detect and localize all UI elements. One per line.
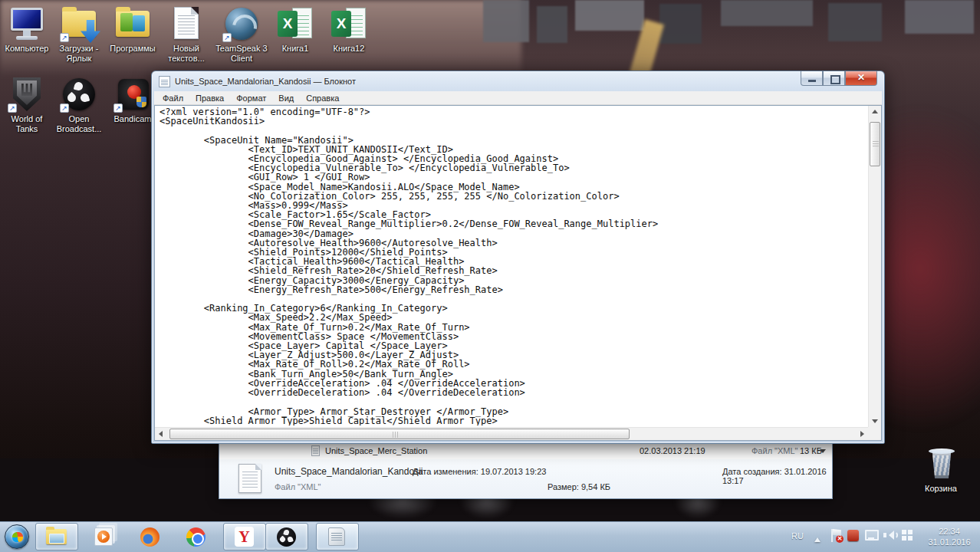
taskbar-button-obs[interactable] <box>265 523 308 550</box>
error-badge-icon: ✕ <box>836 535 844 543</box>
horizontal-scroll-thumb[interactable] <box>169 429 630 439</box>
shortcut-arrow-icon: ↗ <box>222 33 232 42</box>
menu-edit[interactable]: Правка <box>189 94 230 103</box>
file-size: 13 КБ <box>800 446 822 455</box>
computer-icon <box>8 6 46 41</box>
minimize-button[interactable] <box>801 71 823 86</box>
menu-file[interactable]: Файл <box>156 94 189 103</box>
shortcut-arrow-icon: ↗ <box>8 104 17 113</box>
horizontal-scrollbar[interactable] <box>155 427 868 440</box>
vertical-scrollbar[interactable] <box>868 106 881 427</box>
desktop-icon-recycle-bin[interactable]: Корзина <box>911 446 971 494</box>
details-size: Размер: 9,54 КБ <box>548 482 610 491</box>
file-date: 02.03.2013 21:19 <box>640 446 705 455</box>
file-type: Файл "XML" <box>751 446 798 455</box>
wallpaper-cityscape <box>475 0 980 60</box>
taskbar-button-notepad[interactable] <box>316 523 359 550</box>
explorer-icon <box>45 526 68 547</box>
xml-file-icon <box>311 445 320 456</box>
explorer-window: Units_Space_Merc_Station 02.03.2013 21:1… <box>219 442 833 499</box>
clock[interactable]: 22:34 31.01.2016 <box>922 526 977 549</box>
xml-file-icon-large <box>238 464 261 493</box>
text-editor-area[interactable]: <?xml version="1.0" encoding="UTF-8"?> <… <box>154 105 882 441</box>
taskbar-button-yandex-browser[interactable]: Y <box>223 523 266 550</box>
excel-workbook-icon: X <box>330 6 368 41</box>
vertical-scroll-thumb[interactable] <box>870 122 880 166</box>
yandex-browser-icon: Y <box>233 526 256 547</box>
text-document-icon <box>167 6 206 41</box>
window-controls: ✕ <box>801 71 877 86</box>
details-date-modified: Дата изменения: 19.07.2013 19:23 <box>413 467 546 476</box>
shortcut-arrow-icon: ↗ <box>113 104 123 113</box>
media-player-icon <box>93 526 116 547</box>
maximize-button[interactable] <box>823 71 845 86</box>
scroll-dropdown-arrow-icon[interactable] <box>820 449 826 456</box>
hidden-icons-arrow-icon[interactable] <box>814 534 821 542</box>
language-indicator[interactable]: RU <box>791 531 804 540</box>
shortcut-arrow-icon: ↗ <box>60 33 69 42</box>
network-icon[interactable] <box>865 530 878 540</box>
teamspeak-icon: ↗ <box>222 6 261 41</box>
chrome-icon <box>185 526 208 547</box>
taskbar-button-chrome[interactable] <box>175 523 218 550</box>
close-button[interactable]: ✕ <box>845 71 877 86</box>
programs-folder-icon <box>113 6 152 41</box>
antivirus-tray-icon[interactable] <box>847 530 859 541</box>
window-title: Units_Space_Mandalorian_Kandosii — Блокн… <box>175 77 356 86</box>
scroll-up-button[interactable] <box>869 106 882 119</box>
volume-icon[interactable] <box>883 530 896 540</box>
excel-workbook-icon: X <box>276 6 314 41</box>
desktop-icon-new-text-document[interactable]: Новый текстов... <box>155 6 218 63</box>
file-name: Units_Space_Merc_Station <box>325 446 427 455</box>
details-date-created: Дата создания: 31.01.2016 13:17 <box>722 467 832 485</box>
taskbar-button-explorer[interactable] <box>35 523 78 550</box>
downloads-folder-icon: ↗ <box>60 6 98 41</box>
title-bar[interactable]: Units_Space_Mandalorian_Kandosii — Блокн… <box>152 71 884 91</box>
action-center-flag-icon[interactable]: ✕ <box>830 529 842 543</box>
desktop: Компьютер ↗ Загрузки - Ярлык Программы Н… <box>0 0 980 552</box>
get-windows-10-icon[interactable] <box>902 530 913 540</box>
tray-time: 22:34 <box>922 526 977 537</box>
windows-flag-icon <box>12 531 23 542</box>
menu-bar: Файл Правка Формат Вид Справка <box>154 91 882 105</box>
bandicam-icon: ↗ <box>113 77 152 112</box>
start-button[interactable] <box>5 524 29 549</box>
world-of-tanks-icon: ↗ <box>8 77 46 112</box>
notepad-icon <box>159 76 170 87</box>
obs-icon <box>275 526 298 547</box>
recycle-bin-icon <box>922 446 960 481</box>
scroll-right-button[interactable] <box>855 428 868 441</box>
scroll-down-button[interactable] <box>869 414 882 427</box>
scroll-left-button[interactable] <box>155 428 168 441</box>
desktop-icon-label: Новый текстов... <box>155 44 218 63</box>
tray-date: 31.01.2016 <box>922 537 977 547</box>
desktop-icon-kniga12[interactable]: X Книга12 <box>317 6 380 54</box>
details-file-type: Файл "XML" <box>275 482 321 491</box>
xml-document-text[interactable]: <?xml version="1.0" encoding="UTF-8"?> <… <box>159 107 867 426</box>
details-file-name: Units_Space_Mandalorian_Kandosii <box>275 466 423 477</box>
shortcut-arrow-icon: ↗ <box>60 104 69 113</box>
desktop-icon-label: Книга12 <box>317 44 380 54</box>
menu-help[interactable]: Справка <box>300 94 345 103</box>
menu-format[interactable]: Формат <box>230 94 272 103</box>
explorer-details-pane: Units_Space_Mandalorian_Kandosii Файл "X… <box>219 459 832 498</box>
obs-icon: ↗ <box>60 77 98 112</box>
firefox-icon <box>139 526 162 547</box>
desktop-icon-label: Корзина <box>911 484 971 494</box>
taskbar-button-firefox[interactable] <box>129 523 172 550</box>
scrollbar-corner <box>868 427 881 440</box>
notepad-icon <box>326 526 349 547</box>
notepad-window: Units_Space_Mandalorian_Kandosii — Блокн… <box>151 71 885 444</box>
taskbar-button-media-player[interactable] <box>83 523 126 550</box>
explorer-file-row[interactable]: Units_Space_Merc_Station 02.03.2013 21:1… <box>219 443 832 459</box>
menu-view[interactable]: Вид <box>272 94 300 103</box>
